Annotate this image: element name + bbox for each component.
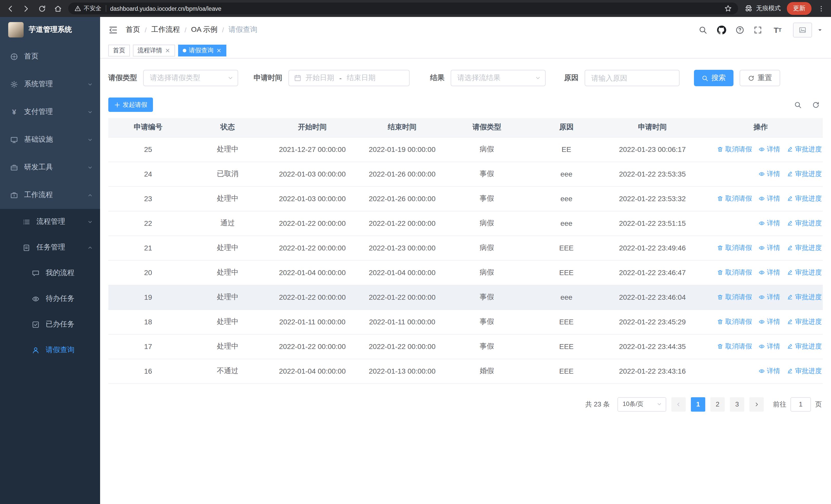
address-bar[interactable]: 不安全 dashboard.yudao.iocoder.cn/bpm/oa/le… [68,3,738,14]
page-button-2[interactable]: 2 [710,397,725,411]
trash-icon [717,343,723,350]
collapse-sidebar-icon[interactable] [108,25,118,35]
action-detail-link[interactable]: 详情 [758,366,780,376]
sidebar-item-my-process[interactable]: 我的流程 [0,260,100,286]
action-progress-link[interactable]: 审批进度 [787,243,822,253]
action-cancel-link[interactable]: 取消请假 [717,194,752,203]
browser-home-icon[interactable] [54,4,62,12]
page-button-3[interactable]: 3 [730,397,744,411]
action-cancel-link[interactable]: 取消请假 [717,243,752,253]
prev-page-button[interactable] [671,397,686,411]
breadcrumb-item[interactable]: OA 示例 [191,25,218,34]
action-detail-link[interactable]: 详情 [758,317,780,326]
action-detail-link[interactable]: 详情 [758,342,780,351]
action-detail-link[interactable]: 详情 [758,293,780,302]
view-icon [758,245,765,251]
cell-status: 处理中 [188,186,267,211]
sidebar-item-todo-task[interactable]: 待办任务 [0,286,100,312]
action-progress-link[interactable]: 审批进度 [787,342,822,351]
fullscreen-icon[interactable] [753,25,762,34]
page-button-1[interactable]: 1 [691,397,705,411]
action-progress-link[interactable]: 审批进度 [787,145,822,154]
action-detail-link[interactable]: 详情 [758,194,780,203]
action-detail-link[interactable]: 详情 [758,145,780,154]
action-progress-link[interactable]: 审批进度 [787,219,822,228]
sidebar-item-devtools[interactable]: 研发工具 [0,153,100,181]
close-icon[interactable] [216,48,222,53]
date-range-picker[interactable]: 开始日期 - 结束日期 [288,70,409,86]
action-progress-link[interactable]: 审批进度 [787,268,822,277]
help-icon[interactable] [736,25,744,34]
cell-start: 2022-01-03 00:00:00 [267,162,357,186]
bookmark-star-icon[interactable] [724,5,732,12]
sidebar-item-home[interactable]: 首页 [0,42,100,70]
security-chip[interactable]: 不安全 [75,5,102,12]
font-size-icon[interactable]: TT [771,25,784,34]
reset-button[interactable]: 重置 [740,70,780,86]
action-cancel-link[interactable]: 取消请假 [717,342,752,351]
sidebar-item-leave-query[interactable]: 请假查询 [0,337,100,363]
next-page-button[interactable] [749,397,764,411]
avatar-caret-icon[interactable] [817,27,823,33]
cell-reason: EEE [526,236,606,260]
tab-1[interactable]: 流程详情 [133,45,175,56]
sidebar-item-done-task[interactable]: 已办任务 [0,312,100,337]
table-row: 16不通过2022-01-04 00:00:002022-01-13 00:00… [108,359,823,383]
action-cancel-link[interactable]: 取消请假 [717,268,752,277]
reload-icon[interactable] [38,4,46,12]
back-icon[interactable] [6,4,15,12]
breadcrumb-item[interactable]: 工作流程 [151,25,180,34]
cell-applied: 2022-01-22 23:46:47 [606,260,698,285]
refresh-table-icon[interactable] [812,101,820,109]
update-button[interactable]: 更新 [787,2,811,15]
sidebar-item-infra[interactable]: 基础设施 [0,126,100,153]
action-cancel-link[interactable]: 取消请假 [717,145,752,154]
search-icon[interactable] [698,25,707,34]
action-detail-link[interactable]: 详情 [758,169,780,179]
action-progress-link[interactable]: 审批进度 [787,194,822,203]
sidebar-item-label: 请假查询 [46,346,93,355]
cell-type: 婚假 [447,359,526,383]
action-detail-link[interactable]: 详情 [758,219,780,228]
tab-2[interactable]: 请假查询 [178,45,226,56]
action-cancel-link[interactable]: 取消请假 [717,293,752,302]
close-icon[interactable] [165,48,170,53]
edit-icon [787,269,793,276]
action-detail-link[interactable]: 详情 [758,243,780,253]
reason-input[interactable] [584,70,680,86]
browser-menu-icon[interactable] [818,4,825,12]
cell-reason: eee [526,211,606,236]
action-label: 审批进度 [795,342,822,351]
search-button[interactable]: 搜索 [694,70,734,86]
toolbox-icon [10,164,18,171]
create-leave-button[interactable]: 发起请假 [108,97,153,112]
leave-type-select[interactable]: 请选择请假类型 [143,70,238,86]
sidebar-item-workflow[interactable]: 工作流程 [0,181,100,209]
sidebar-item-process-mgmt[interactable]: 流程管理 [0,209,100,235]
action-label: 取消请假 [725,342,752,351]
sidebar-item-system[interactable]: 系统管理 [0,70,100,98]
tab-0[interactable]: 首页 [108,45,130,56]
action-progress-link[interactable]: 审批进度 [787,293,822,302]
action-progress-link[interactable]: 审批进度 [787,169,822,179]
breadcrumb-item[interactable]: 首页 [126,25,140,34]
action-progress-link[interactable]: 审批进度 [787,366,822,376]
clipboard-icon [23,243,30,251]
toggle-search-icon[interactable] [794,101,802,109]
goto-page-input[interactable] [791,397,811,411]
sidebar-item-task-mgmt[interactable]: 任务管理 [0,235,100,260]
cell-actions: 详情审批进度 [698,359,823,383]
page-size-select[interactable]: 10条/页 [618,397,666,411]
forward-icon[interactable] [22,4,30,12]
action-detail-link[interactable]: 详情 [758,268,780,277]
sidebar-item-payment[interactable]: ¥支付管理 [0,98,100,126]
url-text: dashboard.yudao.iocoder.cn/bpm/oa/leave [110,5,222,11]
trash-icon [717,196,723,202]
avatar[interactable] [793,22,812,37]
cell-start: 2022-01-11 00:00:00 [267,309,357,334]
chat-icon [32,269,39,277]
github-icon[interactable] [717,25,726,35]
result-select[interactable]: 请选择流结果 [451,70,546,86]
action-progress-link[interactable]: 审批进度 [787,317,822,326]
action-cancel-link[interactable]: 取消请假 [717,317,752,326]
